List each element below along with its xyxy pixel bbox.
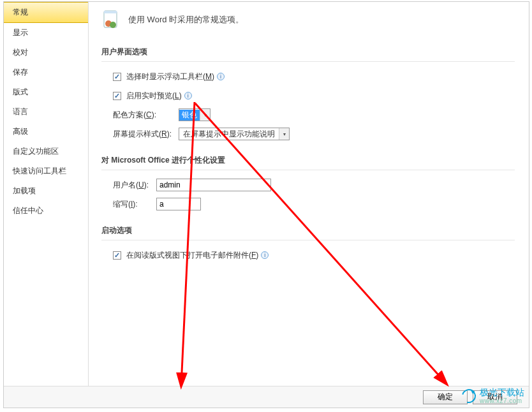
row-username: 用户名(U): (113, 178, 515, 192)
general-options-icon (101, 10, 122, 30)
row-open-email-attachments: 在阅读版式视图下打开电子邮件附件(F) i (113, 248, 515, 262)
row-screentip-style: 屏幕提示样式(R): 在屏幕提示中显示功能说明 ▾ (113, 127, 515, 141)
sidebar-item-label: 保存 (13, 68, 28, 77)
watermark-url: www.xz7.com (480, 397, 524, 404)
dialog-body: 常规 显示 校对 保存 版式 语言 高级 自定义功能区 快速访问工具栏 加载项 … (4, 2, 529, 386)
sidebar-item-general[interactable]: 常规 (4, 2, 88, 23)
sidebar-item-customize-ribbon[interactable]: 自定义功能区 (4, 142, 88, 161)
help-icon[interactable]: i (217, 73, 225, 80)
select-screentip-value: 在屏幕提示中显示功能说明 (179, 129, 279, 140)
watermark: 极光下载站 www.xz7.com (462, 388, 524, 404)
watermark-title: 极光下载站 (480, 388, 524, 397)
content-pane: 使用 Word 时采用的常规选项。 用户界面选项 选择时显示浮动工具栏(M) i… (89, 2, 529, 386)
sidebar-item-quick-access[interactable]: 快速访问工具栏 (4, 161, 88, 181)
section-personalize: 用户名(U): 缩写(I): (101, 178, 515, 211)
label-live-preview: 启用实时预览(L) (126, 91, 182, 101)
sidebar: 常规 显示 校对 保存 版式 语言 高级 自定义功能区 快速访问工具栏 加载项 … (4, 2, 89, 386)
select-screentip-style[interactable]: 在屏幕提示中显示功能说明 ▾ (179, 128, 290, 140)
label-username: 用户名(U): (113, 180, 151, 191)
svg-point-3 (110, 22, 116, 28)
sidebar-item-label: 加载项 (13, 186, 36, 195)
help-icon[interactable]: i (261, 251, 269, 259)
sidebar-item-label: 自定义功能区 (13, 147, 59, 156)
sidebar-item-layout[interactable]: 版式 (4, 82, 88, 102)
sidebar-item-advanced[interactable]: 高级 (4, 122, 88, 142)
checkbox-live-preview[interactable] (113, 92, 121, 100)
sidebar-item-label: 校对 (13, 48, 28, 57)
sidebar-item-label: 版式 (13, 87, 28, 96)
sidebar-item-addins[interactable]: 加载项 (4, 181, 88, 201)
checkbox-mini-toolbar[interactable] (113, 73, 121, 81)
page-header-text: 使用 Word 时采用的常规选项。 (128, 14, 244, 26)
label-initials: 缩写(I): (113, 199, 151, 210)
label-mini-toolbar: 选择时显示浮动工具栏(M) (126, 71, 214, 82)
section-title-startup: 启动选项 (101, 223, 515, 240)
section-title-ui-options: 用户界面选项 (101, 44, 515, 62)
help-icon[interactable]: i (184, 92, 192, 99)
section-startup: 在阅读版式视图下打开电子邮件附件(F) i (101, 248, 515, 262)
label-screentip-style: 屏幕提示样式(R): (113, 129, 174, 140)
dialog-footer: 确定 取消 (4, 386, 529, 408)
sidebar-item-label: 常规 (13, 8, 28, 17)
sidebar-item-label: 语言 (13, 107, 28, 116)
sidebar-item-proofing[interactable]: 校对 (4, 43, 88, 63)
row-mini-toolbar: 选择时显示浮动工具栏(M) i (113, 70, 515, 84)
chevron-down-icon: ▾ (200, 109, 210, 121)
page-header: 使用 Word 时采用的常规选项。 (101, 10, 515, 30)
ok-button[interactable]: 确定 (423, 390, 468, 404)
input-username[interactable] (156, 179, 271, 191)
sidebar-item-language[interactable]: 语言 (4, 102, 88, 122)
sidebar-item-label: 信任中心 (13, 206, 43, 215)
sidebar-item-label: 显示 (13, 28, 28, 37)
select-color-scheme[interactable]: 银色 ▾ (179, 108, 211, 121)
sidebar-item-display[interactable]: 显示 (4, 23, 88, 43)
section-title-personalize: 对 Microsoft Office 进行个性化设置 (101, 152, 515, 170)
section-ui-options: 选择时显示浮动工具栏(M) i 启用实时预览(L) i 配色方案(C): (101, 70, 515, 141)
label-open-email-attachments: 在阅读版式视图下打开电子邮件附件(F) (126, 250, 258, 261)
options-dialog: 常规 显示 校对 保存 版式 语言 高级 自定义功能区 快速访问工具栏 加载项 … (3, 1, 529, 408)
watermark-logo-icon (459, 386, 478, 406)
row-live-preview: 启用实时预览(L) i (113, 89, 515, 103)
input-initials[interactable] (156, 198, 201, 210)
chevron-down-icon: ▾ (279, 128, 289, 140)
row-color-scheme: 配色方案(C): 银色 ▾ (113, 108, 515, 122)
row-initials: 缩写(I): (113, 197, 515, 211)
checkbox-open-email-attachments[interactable] (113, 251, 121, 260)
label-color-scheme: 配色方案(C): (113, 110, 174, 121)
svg-rect-1 (104, 11, 117, 13)
sidebar-item-save[interactable]: 保存 (4, 63, 88, 82)
select-color-scheme-value: 银色 (179, 110, 200, 121)
sidebar-item-trust-center[interactable]: 信任中心 (4, 201, 88, 221)
sidebar-item-label: 高级 (13, 127, 28, 136)
sidebar-item-label: 快速访问工具栏 (13, 166, 66, 175)
watermark-text: 极光下载站 www.xz7.com (480, 388, 524, 404)
